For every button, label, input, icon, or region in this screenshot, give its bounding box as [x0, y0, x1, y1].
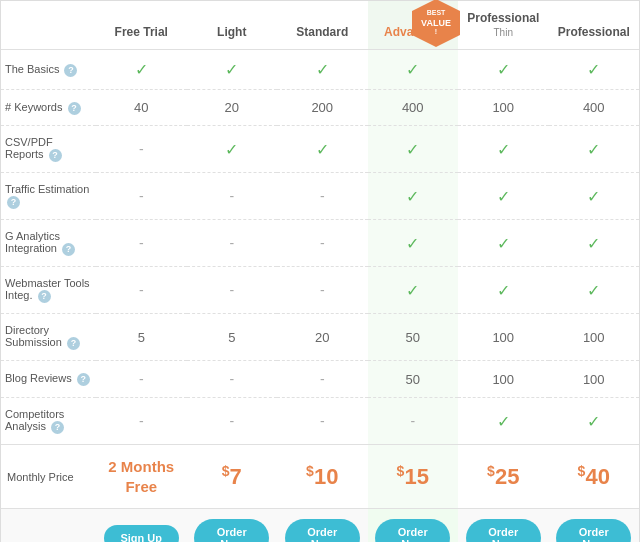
check-icon: ✓ [497, 188, 510, 205]
plan-header-standard: Standard [277, 1, 368, 50]
number-value: 50 [406, 330, 420, 345]
cell-g-analytics-0: - [96, 220, 187, 267]
check-icon: ✓ [587, 188, 600, 205]
help-icon-webmaster-tools[interactable]: ? [38, 290, 51, 303]
label-blog-reviews: Blog Reviews ? [1, 361, 96, 398]
dash-icon: - [139, 188, 144, 204]
free-price-label: 2 MonthsFree [108, 458, 174, 495]
cell-webmaster-tools-4: ✓ [458, 267, 549, 314]
check-icon: ✓ [497, 61, 510, 78]
cell-csv-pdf-2: ✓ [277, 126, 368, 173]
cell-g-analytics-1: - [187, 220, 278, 267]
cell-keywords-0: 40 [96, 90, 187, 126]
row-webmaster-tools: Webmaster Tools Integ. ?---✓✓✓ [1, 267, 639, 314]
check-icon: ✓ [316, 141, 329, 158]
cell-traffic-estimation-0: - [96, 173, 187, 220]
dash-icon: - [229, 188, 234, 204]
cell-the-basics-2: ✓ [277, 50, 368, 90]
plan-header-free-trial: Free Trial [96, 1, 187, 50]
check-icon: ✓ [406, 235, 419, 252]
label-csv-pdf: CSV/PDF Reports ? [1, 126, 96, 173]
cell-directory-submission-2: 20 [277, 314, 368, 361]
check-icon: ✓ [406, 282, 419, 299]
cell-csv-pdf-4: ✓ [458, 126, 549, 173]
help-icon-directory-submission[interactable]: ? [67, 337, 80, 350]
label-traffic-estimation: Traffic Estimation ? [1, 173, 96, 220]
row-the-basics: The Basics ?✓✓✓✓✓✓ [1, 50, 639, 90]
number-value: 20 [315, 330, 329, 345]
help-icon-blog-reviews[interactable]: ? [77, 373, 90, 386]
price-value: $10 [306, 464, 338, 489]
cell-keywords-2: 200 [277, 90, 368, 126]
price-row-label: Monthly Price [1, 445, 96, 509]
cell-g-analytics-4: ✓ [458, 220, 549, 267]
order-button-advanced[interactable]: Order Now [375, 519, 450, 542]
help-icon-g-analytics[interactable]: ? [62, 243, 75, 256]
help-icon-traffic-estimation[interactable]: ? [7, 196, 20, 209]
help-icon-keywords[interactable]: ? [68, 102, 81, 115]
check-icon: ✓ [225, 141, 238, 158]
cell-directory-submission-4: 100 [458, 314, 549, 361]
label-directory-submission: Directory Submission ? [1, 314, 96, 361]
row-competitors-analysis: Competitors Analysis ?----✓✓ [1, 398, 639, 445]
row-blog-reviews: Blog Reviews ?---50100100 [1, 361, 639, 398]
number-value: 100 [583, 372, 605, 387]
cell-keywords-1: 20 [187, 90, 278, 126]
dash-icon: - [320, 282, 325, 298]
order-button-free-trial[interactable]: Sign Up [104, 525, 179, 542]
button-row-label [1, 509, 96, 543]
cell-competitors-analysis-2: - [277, 398, 368, 445]
dash-icon: - [139, 235, 144, 251]
label-keywords: # Keywords ? [1, 90, 96, 126]
order-button-professional[interactable]: Order Now [556, 519, 631, 542]
cell-directory-submission-0: 5 [96, 314, 187, 361]
feature-header [1, 1, 96, 50]
price-professional: $40 [549, 445, 640, 509]
number-value: 100 [492, 330, 514, 345]
cell-blog-reviews-3: 50 [368, 361, 459, 398]
cell-the-basics-3: ✓ [368, 50, 459, 90]
check-icon: ✓ [587, 413, 600, 430]
check-icon: ✓ [587, 282, 600, 299]
help-icon-csv-pdf[interactable]: ? [49, 149, 62, 162]
check-icon: ✓ [587, 141, 600, 158]
row-directory-submission: Directory Submission ?552050100100 [1, 314, 639, 361]
number-value: 100 [492, 100, 514, 115]
help-icon-competitors-analysis[interactable]: ? [51, 421, 64, 434]
cell-keywords-4: 100 [458, 90, 549, 126]
check-icon: ✓ [406, 188, 419, 205]
order-button-professional-thin[interactable]: Order Now [466, 519, 541, 542]
help-icon-the-basics[interactable]: ? [64, 64, 77, 77]
order-button-standard[interactable]: Order Now [285, 519, 360, 542]
cell-competitors-analysis-5: ✓ [549, 398, 640, 445]
row-g-analytics: G Analytics Integration ?---✓✓✓ [1, 220, 639, 267]
order-button-light[interactable]: Order Now [194, 519, 269, 542]
btn-cell-light: Order Now [187, 509, 278, 543]
cell-blog-reviews-0: - [96, 361, 187, 398]
btn-cell-professional: Order Now [549, 509, 640, 543]
number-value: 40 [134, 100, 148, 115]
price-value: $15 [397, 464, 429, 489]
check-icon: ✓ [225, 61, 238, 78]
cell-webmaster-tools-0: - [96, 267, 187, 314]
cell-blog-reviews-5: 100 [549, 361, 640, 398]
price-value: $40 [578, 464, 610, 489]
price-value: $7 [222, 464, 242, 489]
plan-header-professional-thin: Professional Thin [458, 1, 549, 50]
cell-traffic-estimation-4: ✓ [458, 173, 549, 220]
cell-webmaster-tools-2: - [277, 267, 368, 314]
number-value: 20 [225, 100, 239, 115]
check-icon: ✓ [406, 141, 419, 158]
dash-icon: - [229, 413, 234, 429]
number-value: 5 [228, 330, 235, 345]
check-icon: ✓ [497, 141, 510, 158]
cell-the-basics-1: ✓ [187, 50, 278, 90]
dash-icon: - [320, 235, 325, 251]
row-keywords: # Keywords ?4020200400100400 [1, 90, 639, 126]
price-row: Monthly Price2 MonthsFree$7$10$15$25$40 [1, 445, 639, 509]
number-value: 200 [311, 100, 333, 115]
cell-keywords-5: 400 [549, 90, 640, 126]
dash-icon: - [410, 413, 415, 429]
cell-competitors-analysis-1: - [187, 398, 278, 445]
cell-competitors-analysis-0: - [96, 398, 187, 445]
